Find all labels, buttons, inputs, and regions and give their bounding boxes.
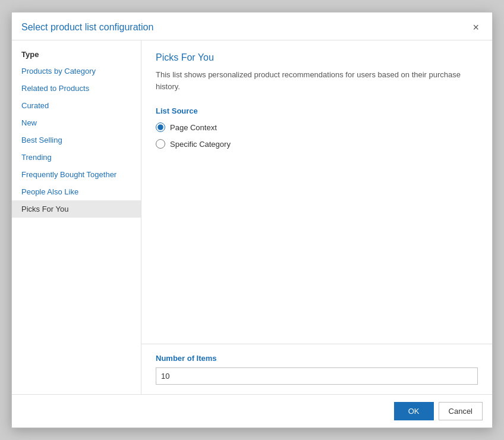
dialog-title: Select product list configuration <box>21 22 153 33</box>
sidebar-item-new[interactable]: New <box>12 114 141 131</box>
sidebar-item-products-by-category[interactable]: Products by Category <box>12 62 141 80</box>
sidebar-item-picks-for-you[interactable]: Picks For You <box>12 200 141 218</box>
cancel-button[interactable]: Cancel <box>439 402 483 420</box>
dialog: Select product list configuration × Type… <box>11 12 493 428</box>
number-of-items-label: Number of Items <box>156 354 478 363</box>
sidebar-item-people-also-like[interactable]: People Also Like <box>12 183 141 200</box>
ok-button[interactable]: OK <box>394 402 434 420</box>
content-description: This list shows personalized product rec… <box>156 69 478 92</box>
content-main: Picks For You This list shows personaliz… <box>141 40 492 344</box>
radio-page-context-input[interactable] <box>156 122 165 132</box>
dialog-actions: OK Cancel <box>12 394 492 428</box>
radio-specific-category-input[interactable] <box>156 139 165 149</box>
sidebar-item-frequently-bought-together[interactable]: Frequently Bought Together <box>12 166 141 183</box>
close-button[interactable]: × <box>469 21 483 34</box>
content-area: Picks For You This list shows personaliz… <box>141 40 492 394</box>
radio-group: Page Context Specific Category <box>156 122 478 149</box>
dialog-body: Type Products by Category Related to Pro… <box>12 40 492 394</box>
radio-page-context[interactable]: Page Context <box>156 122 478 132</box>
sidebar-item-curated[interactable]: Curated <box>12 97 141 114</box>
dialog-header: Select product list configuration × <box>12 12 492 40</box>
radio-specific-category[interactable]: Specific Category <box>156 139 478 149</box>
sidebar-item-related-to-products[interactable]: Related to Products <box>12 80 141 97</box>
number-of-items-input[interactable] <box>156 367 478 385</box>
sidebar-item-trending[interactable]: Trending <box>12 149 141 166</box>
sidebar-header: Type <box>12 45 141 62</box>
radio-specific-category-label: Specific Category <box>170 140 231 149</box>
sidebar: Type Products by Category Related to Pro… <box>12 40 141 394</box>
list-source-label: List Source <box>156 106 478 115</box>
content-footer: Number of Items <box>141 344 492 394</box>
radio-page-context-label: Page Context <box>170 123 217 132</box>
content-title: Picks For You <box>156 52 478 63</box>
sidebar-item-best-selling[interactable]: Best Selling <box>12 131 141 149</box>
